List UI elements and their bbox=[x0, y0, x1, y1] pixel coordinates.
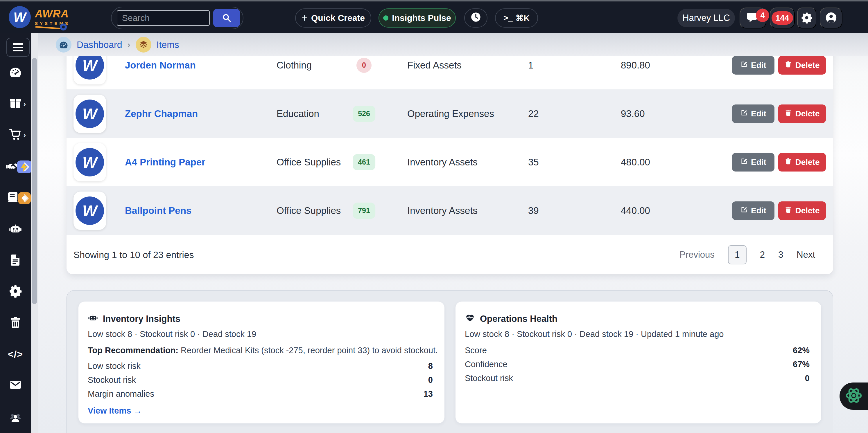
lightning-badge-icon bbox=[17, 161, 32, 173]
shortcut-keys: ⌘K bbox=[516, 13, 530, 23]
sidebar-toggle-button[interactable] bbox=[6, 38, 30, 57]
items-layers-icon bbox=[136, 37, 151, 53]
package-box-icon bbox=[8, 96, 22, 111]
sidebar-item-developer[interactable]: </> bbox=[0, 341, 31, 367]
search-group bbox=[111, 7, 243, 29]
edit-button[interactable]: Edit bbox=[732, 56, 774, 75]
avatar: W bbox=[73, 95, 106, 133]
inventory-insights-card: Inventory Insights Low stock 8 · Stockou… bbox=[79, 302, 444, 424]
sidebar-item-ledger[interactable] bbox=[0, 185, 31, 211]
delete-button[interactable]: Delete bbox=[778, 56, 826, 75]
search-button[interactable] bbox=[213, 9, 240, 27]
item-name-link[interactable]: Jorden Norman bbox=[125, 60, 196, 71]
profile-button[interactable] bbox=[820, 7, 842, 28]
breadcrumb-dashboard-link[interactable]: Dashboard bbox=[77, 39, 122, 50]
sidebar-item-ai-assistant[interactable] bbox=[0, 216, 31, 243]
history-clock-button[interactable] bbox=[464, 8, 488, 28]
item-name-link[interactable]: Zephr Chapman bbox=[125, 108, 198, 119]
pagination-previous[interactable]: Previous bbox=[679, 249, 715, 260]
view-items-link[interactable]: View Items → bbox=[88, 406, 142, 415]
sidebar-item-documents[interactable] bbox=[0, 247, 31, 274]
content-scrollbar-track[interactable] bbox=[31, 33, 38, 433]
item-category: Education bbox=[277, 108, 319, 119]
sidebar-item-dashboard[interactable] bbox=[0, 59, 31, 86]
table-row: W A4 Printing Paper Office Supplies 461 … bbox=[66, 138, 833, 186]
pagination-next[interactable]: Next bbox=[797, 249, 815, 260]
stat-value: 0 bbox=[428, 375, 433, 385]
pencil-icon bbox=[740, 109, 748, 119]
breadcrumb-items-link[interactable]: Items bbox=[157, 39, 179, 50]
clock-icon bbox=[470, 11, 482, 25]
insights-section: Inventory Insights Low stock 8 · Stockou… bbox=[66, 290, 833, 433]
stock-badge: 526 bbox=[353, 106, 375, 122]
sidebar-item-trash[interactable] bbox=[0, 310, 31, 336]
pencil-icon bbox=[740, 157, 748, 167]
stat-label: Stockout risk bbox=[465, 373, 513, 383]
item-quantity: 22 bbox=[528, 108, 539, 119]
stat-label: Stockout risk bbox=[88, 375, 136, 385]
item-quantity: 39 bbox=[528, 205, 539, 216]
trash-icon bbox=[784, 157, 792, 167]
content-scrollbar-thumb[interactable] bbox=[32, 58, 37, 304]
quick-create-button[interactable]: + Quick Create bbox=[295, 8, 371, 28]
stat-label: Confidence bbox=[465, 360, 507, 369]
delete-button[interactable]: Delete bbox=[778, 104, 826, 123]
delete-button[interactable]: Delete bbox=[778, 201, 826, 220]
brand-name: AWRA bbox=[35, 8, 70, 19]
brand-logo[interactable]: W AWRA SYSTEMS bbox=[9, 6, 70, 28]
sidebar-item-settings[interactable] bbox=[0, 278, 31, 305]
stat-value: 62% bbox=[793, 346, 810, 355]
pencil-icon bbox=[740, 60, 748, 70]
sidebar-item-customers[interactable] bbox=[0, 405, 31, 432]
stat-value: 8 bbox=[428, 361, 433, 371]
sidebar-item-items[interactable]: › bbox=[0, 91, 31, 117]
gear-icon bbox=[8, 284, 22, 299]
settings-button[interactable] bbox=[797, 7, 816, 28]
stat-value: 67% bbox=[793, 360, 810, 369]
stock-badge: 0 bbox=[356, 58, 372, 73]
sidebar-item-partners[interactable] bbox=[0, 154, 31, 180]
trash-icon bbox=[784, 60, 792, 70]
item-account: Inventory Assets bbox=[407, 157, 477, 168]
stat-value: 0 bbox=[805, 373, 810, 383]
notifications-count-button[interactable]: 144 bbox=[770, 7, 795, 28]
notifications-count-badge: 144 bbox=[772, 11, 793, 25]
item-price: 93.60 bbox=[621, 108, 645, 119]
sidebar-item-mail[interactable] bbox=[0, 372, 31, 399]
item-price: 890.80 bbox=[621, 60, 650, 71]
trash-icon bbox=[784, 109, 792, 119]
delete-button[interactable]: Delete bbox=[778, 153, 826, 171]
code-icon: </> bbox=[8, 348, 23, 360]
robot-icon bbox=[8, 222, 22, 237]
pagination-page-1-active[interactable]: 1 bbox=[728, 245, 747, 264]
edit-button[interactable]: Edit bbox=[732, 201, 774, 220]
item-name-link[interactable]: Ballpoint Pens bbox=[125, 205, 191, 216]
stat-value: 13 bbox=[424, 389, 433, 399]
item-name-link[interactable]: A4 Printing Paper bbox=[125, 157, 206, 168]
card-title: Inventory Insights bbox=[103, 314, 180, 324]
gauge-icon bbox=[8, 65, 22, 80]
item-quantity: 35 bbox=[528, 157, 539, 168]
pagination-page-3[interactable]: 3 bbox=[778, 249, 783, 260]
main-content: W Jorden Norman Clothing 0 Fixed Assets … bbox=[38, 33, 868, 433]
breadcrumb-bar: Dashboard › Items bbox=[38, 33, 868, 56]
ai-chat-fab[interactable] bbox=[840, 382, 868, 410]
sidebar-nav: › › bbox=[0, 33, 31, 433]
gear-icon bbox=[801, 11, 813, 25]
edit-button[interactable]: Edit bbox=[732, 153, 774, 171]
edit-button[interactable]: Edit bbox=[732, 104, 774, 123]
search-input[interactable] bbox=[117, 10, 210, 26]
pencil-icon bbox=[740, 206, 748, 215]
company-name-pill[interactable]: Harvey LLC bbox=[677, 9, 735, 27]
trash-icon bbox=[8, 315, 22, 331]
command-palette-button[interactable]: >_ ⌘K bbox=[495, 8, 538, 28]
sidebar-item-sales[interactable]: › bbox=[0, 122, 31, 148]
item-category: Office Supplies bbox=[277, 205, 341, 216]
breadcrumb: Dashboard › Items bbox=[56, 37, 179, 53]
stock-badge: 461 bbox=[353, 154, 375, 170]
pagination-page-2[interactable]: 2 bbox=[760, 249, 765, 260]
item-category: Office Supplies bbox=[277, 157, 341, 168]
insights-pulse-button[interactable]: Insights Pulse bbox=[378, 8, 456, 28]
chat-notifications-button[interactable]: 4 bbox=[740, 7, 766, 28]
operations-health-card: Operations Health Low stock 8 · Stockout… bbox=[456, 302, 821, 424]
